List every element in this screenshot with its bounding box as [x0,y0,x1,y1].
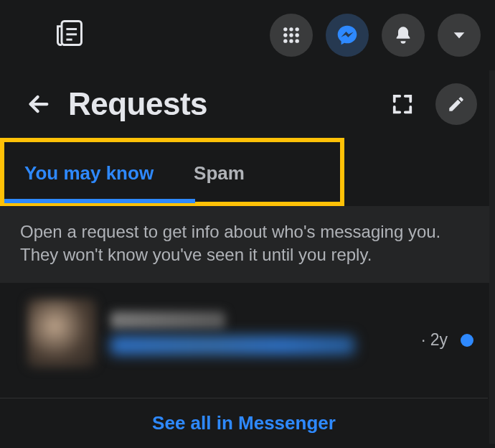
notifications-button[interactable] [382,14,425,57]
timestamp: · 2y [421,330,448,350]
expand-button[interactable] [389,90,416,118]
see-all-link[interactable]: See all in Messenger [152,412,336,434]
unread-dot-icon [461,334,473,347]
tab-you-may-know[interactable]: You may know [4,142,174,202]
panel-footer: See all in Messenger [0,398,488,448]
top-nav-left [14,17,270,53]
top-nav-right [270,14,481,57]
tabs-highlight: You may know Spam [0,138,344,206]
svg-point-9 [295,33,298,37]
request-item[interactable]: · 2y [0,283,495,383]
news-feed-icon[interactable] [54,17,90,53]
compose-button[interactable] [435,83,477,125]
request-preview [110,336,354,355]
back-button[interactable] [25,90,52,118]
svg-point-12 [295,39,298,42]
svg-point-4 [283,27,287,31]
request-text [110,312,407,355]
apps-menu-button[interactable] [270,14,313,57]
avatar [27,299,96,368]
messenger-button[interactable] [326,14,369,57]
tabs: You may know Spam [4,142,340,202]
top-nav [0,0,495,70]
svg-point-8 [289,33,293,37]
account-menu-button[interactable] [438,14,481,57]
info-banner: Open a request to get info about who's m… [0,206,495,283]
panel-header: Requests [0,70,495,138]
tab-spam[interactable]: Spam [174,142,265,202]
scrollbar[interactable] [489,70,495,444]
svg-point-6 [295,27,298,31]
page-title: Requests [68,86,373,122]
requester-name [110,312,225,329]
svg-point-5 [289,27,293,31]
svg-point-7 [283,33,287,37]
svg-point-10 [283,39,287,42]
svg-rect-0 [62,22,82,45]
request-meta: · 2y [421,330,473,350]
svg-point-11 [289,39,293,42]
